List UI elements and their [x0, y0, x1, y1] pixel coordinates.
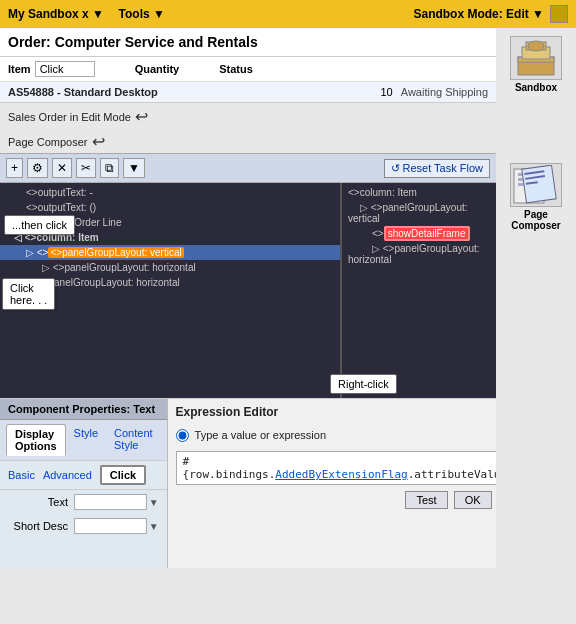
expr-binding: AddedByExtensionFlag: [275, 468, 407, 481]
callout-right-click: Right-click: [330, 374, 397, 394]
tab-display-options[interactable]: Display Options: [6, 424, 66, 456]
sandbox-indicator: [550, 5, 568, 23]
tree-node[interactable]: <>outputText: -: [0, 185, 340, 200]
sandbox-label: Sandbox: [515, 82, 557, 93]
short-desc-input[interactable]: [74, 518, 147, 534]
toolbar: + ⚙ ✕ ✂ ⧉ ▼ ↺ Reset Task Flow: [0, 153, 496, 183]
sandbox-mode-label: Sandbox Mode: Edit ▼: [413, 7, 544, 21]
tree-node[interactable]: ▷ <>panelGroupLayout: horizontal: [342, 241, 496, 267]
tree-node-showdetail[interactable]: <>showDetailFrame: [342, 226, 496, 241]
order-row-id: AS54888 - Standard Desktop: [8, 86, 361, 98]
page-composer-icon: [510, 163, 562, 207]
item-label: Item: [8, 63, 31, 75]
text-input[interactable]: [74, 494, 147, 510]
add-btn[interactable]: +: [6, 158, 23, 178]
page-composer-label: PageComposer: [511, 209, 560, 231]
subtab-basic[interactable]: Basic: [8, 469, 35, 481]
text-label: Text: [8, 496, 68, 508]
expr-editor-title: Expression Editor: [176, 405, 496, 419]
close-btn[interactable]: ✕: [52, 158, 72, 178]
expr-radio[interactable]: [176, 429, 189, 442]
page-composer-icon-box[interactable]: PageComposer: [510, 163, 562, 231]
edit-mode-status: Sales Order in Edit Mode ↩: [0, 103, 496, 130]
arrow-icon: ↩: [135, 107, 148, 126]
order-subheader: Item Quantity Status: [0, 57, 496, 82]
status-label: Status: [219, 63, 253, 75]
cut-btn[interactable]: ✂: [76, 158, 96, 178]
component-properties-panel: Component Properties: Text Display Optio…: [0, 399, 168, 568]
svg-point-4: [528, 41, 544, 51]
order-row-status: Awaiting Shipping: [401, 86, 488, 98]
tab-content-style[interactable]: Content Style: [106, 424, 161, 456]
tree-node[interactable]: <>column: Item: [342, 185, 496, 200]
short-desc-label: Short Desc: [8, 520, 68, 532]
settings-btn[interactable]: ⚙: [27, 158, 48, 178]
item-input[interactable]: [35, 61, 95, 77]
order-title: Order: Computer Service and Rentals: [0, 28, 496, 57]
expression-text[interactable]: #{row.bindings.AddedByExtensionFlag.attr…: [176, 451, 496, 485]
page-composer-label: Page Composer ↩: [0, 130, 496, 153]
right-icons-panel: Sandbox PageComposer: [496, 28, 576, 624]
test-button[interactable]: Test: [405, 491, 447, 509]
tabs-row: Display Options Style Content Style: [0, 420, 167, 461]
tab-style[interactable]: Style: [66, 424, 106, 456]
text-dropdown-arrow[interactable]: ▼: [149, 497, 159, 508]
tree-node[interactable]: ▷ <>panelGroupLayout: vertical: [342, 200, 496, 226]
expr-suffix: .attributeValue=='Y'}: [408, 468, 496, 481]
tree-node[interactable]: <>outputText: (): [0, 200, 340, 215]
ok-button[interactable]: OK: [454, 491, 492, 509]
sandbox-icon-box[interactable]: Sandbox: [510, 36, 562, 93]
order-row: AS54888 - Standard Desktop 10 Awaiting S…: [0, 82, 496, 103]
subtab-advanced[interactable]: Advanced: [43, 469, 92, 481]
click-button[interactable]: Click: [100, 465, 146, 485]
expr-type-label: Type a value or expression: [195, 429, 496, 441]
reset-icon: ↺: [391, 162, 400, 175]
tree-container: <>outputText: - <>outputText: () ◁ <>col…: [0, 183, 496, 398]
sandbox-icon: [510, 36, 562, 80]
tools-menu[interactable]: Tools ▼: [119, 7, 165, 21]
comp-props-title: Component Properties: Text: [0, 399, 167, 420]
bottom-area: Component Properties: Text Display Optio…: [0, 398, 496, 568]
short-desc-field-row: Short Desc ▼: [0, 514, 167, 538]
callout-then-click: ...then click: [4, 215, 75, 235]
expression-editor-panel: Expression Editor Type a value or expres…: [168, 399, 496, 568]
tree-node[interactable]: ▷ <>panelGroupLayout: horizontal: [0, 260, 340, 275]
reset-taskflow-btn[interactable]: ↺ Reset Task Flow: [384, 159, 491, 178]
tree-node-panelgroup-vertical[interactable]: ▷ <><>panelGroupLayout: vertical: [0, 245, 340, 260]
sandbox-menu[interactable]: My Sandbox x ▼: [8, 7, 104, 21]
more-btn[interactable]: ▼: [123, 158, 145, 178]
order-row-qty: 10: [361, 86, 401, 98]
quantity-label: Quantity: [135, 63, 180, 75]
copy-btn[interactable]: ⧉: [100, 158, 119, 178]
callout-click-here: Clickhere. . .: [2, 278, 55, 310]
short-desc-dropdown-arrow[interactable]: ▼: [149, 521, 159, 532]
arrow-icon2: ↩: [92, 132, 105, 151]
expr-prefix: #{row.bindings.: [183, 455, 276, 481]
text-field-row: Text ▼: [0, 490, 167, 514]
top-bar: My Sandbox x ▼ Tools ▼ Sandbox Mode: Edi…: [0, 0, 576, 28]
tree-right[interactable]: <>column: Item ▷ <>panelGroupLayout: ver…: [340, 183, 496, 398]
expr-buttons: Test OK Cancel: [176, 491, 496, 509]
